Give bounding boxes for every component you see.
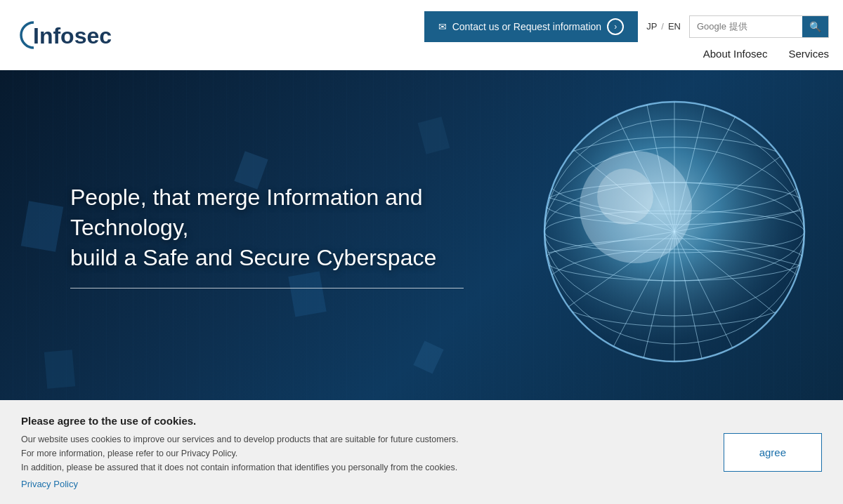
nav-about-infosec[interactable]: About Infosec	[703, 48, 768, 60]
language-switcher: JP / EN	[646, 21, 681, 32]
lang-en[interactable]: EN	[668, 21, 681, 32]
svg-text:Infosec: Infosec	[33, 23, 112, 48]
logo-area: Infosec	[14, 14, 126, 56]
hero-title: People, that merge Information and Techn…	[70, 183, 520, 274]
hero-section: People, that merge Information and Techn…	[0, 70, 843, 400]
email-icon: ✉	[438, 21, 447, 32]
deco-square-6	[418, 117, 450, 154]
lang-divider: /	[661, 21, 664, 32]
cookie-bar: Please agree to the use of cookies. Our …	[0, 400, 843, 504]
deco-square-1	[21, 201, 64, 252]
search-button[interactable]: 🔍	[802, 16, 828, 37]
nav-services[interactable]: Services	[788, 48, 829, 60]
privacy-policy-link[interactable]: Privacy Policy	[21, 479, 78, 489]
svg-point-23	[597, 168, 653, 225]
globe-container	[527, 84, 843, 400]
nav-links: About Infosec Services	[703, 48, 829, 60]
header-right: ✉ Contact us or Request information › JP…	[424, 11, 829, 60]
search-area: 🔍	[689, 15, 829, 38]
arrow-icon: ›	[607, 18, 624, 35]
cookie-text-block: Please agree to the use of cookies. Our …	[21, 415, 459, 490]
hero-text-block: People, that merge Information and Techn…	[70, 183, 520, 289]
agree-button[interactable]: agree	[724, 433, 822, 472]
deco-square-5	[413, 340, 443, 373]
deco-square-2	[44, 350, 75, 388]
hero-divider	[70, 288, 464, 289]
contact-button[interactable]: ✉ Contact us or Request information ›	[424, 11, 638, 42]
logo: Infosec	[14, 14, 126, 56]
contact-label: Contact us or Request information	[452, 21, 601, 32]
lang-jp[interactable]: JP	[646, 21, 657, 32]
cookie-title: Please agree to the use of cookies.	[21, 415, 459, 427]
cookie-body: Our website uses cookies to improve our …	[21, 432, 459, 475]
globe-graphic	[527, 84, 822, 379]
search-input[interactable]	[690, 17, 802, 36]
header-top-row: ✉ Contact us or Request information › JP…	[424, 11, 829, 42]
header: Infosec ✉ Contact us or Request informat…	[0, 0, 843, 70]
